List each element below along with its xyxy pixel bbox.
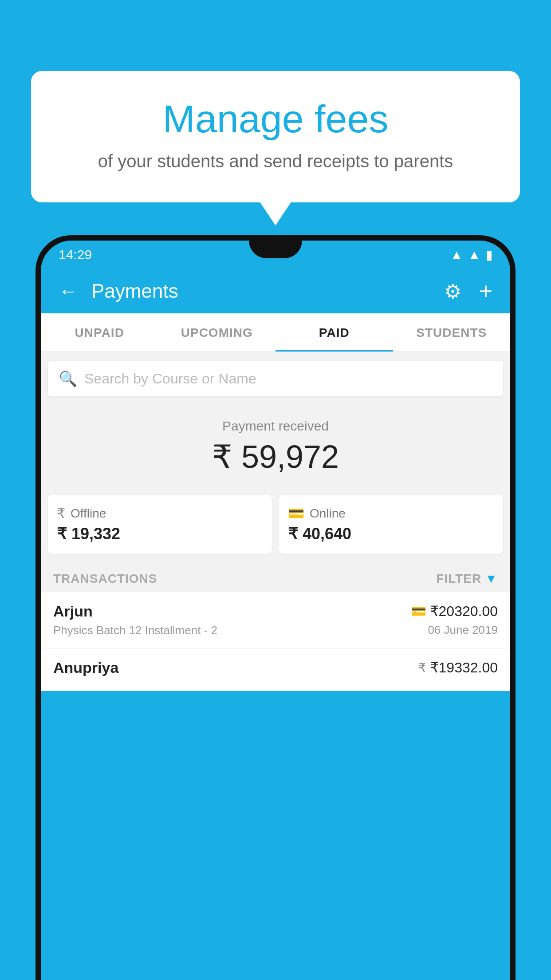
- tab-paid[interactable]: PAID: [276, 313, 393, 352]
- offline-icon: ₹: [57, 506, 65, 521]
- back-button[interactable]: ←: [54, 276, 83, 307]
- speech-bubble-container: Manage fees of your students and send re…: [31, 71, 520, 202]
- payment-summary: Payment received ₹ 59,972: [41, 405, 510, 495]
- add-button[interactable]: +: [475, 273, 497, 309]
- speech-bubble: Manage fees of your students and send re…: [31, 71, 520, 202]
- signal-icon: ▲: [468, 248, 480, 262]
- payment-received-label: Payment received: [50, 419, 501, 434]
- online-amount: ₹ 40,640: [288, 525, 494, 543]
- transactions-header: TRANSACTIONS FILTER ▼: [41, 563, 510, 592]
- online-card-header: 💳 Online: [288, 506, 494, 521]
- search-bar[interactable]: 🔍 Search by Course or Name: [48, 361, 503, 396]
- bubble-subtitle: of your students and send receipts to pa…: [67, 151, 484, 171]
- phone-frame: 14:29 ▲ ▲ ▮ ← Payments ⚙ + UNPAID UPCOMI…: [35, 235, 516, 980]
- online-label: Online: [310, 506, 346, 521]
- offline-label: Offline: [71, 506, 106, 521]
- app-bar: ← Payments ⚙ +: [41, 269, 510, 313]
- card-chip-icon: 💳: [411, 604, 426, 619]
- settings-button[interactable]: ⚙: [440, 276, 466, 307]
- table-row[interactable]: Arjun Physics Batch 12 Installment - 2 💳…: [41, 592, 510, 648]
- battery-icon: ▮: [486, 248, 492, 262]
- transaction-list: Arjun Physics Batch 12 Installment - 2 💳…: [41, 592, 510, 691]
- payment-total-amount: ₹ 59,972: [50, 438, 501, 475]
- filter-button[interactable]: FILTER ▼: [436, 572, 498, 586]
- offline-amount: ₹ 19,332: [57, 525, 263, 543]
- transaction-right: ₹ ₹19332.00: [418, 659, 498, 680]
- transaction-right: 💳 ₹20320.00 06 June 2019: [411, 603, 498, 637]
- filter-icon: ▼: [485, 572, 498, 586]
- transaction-detail: Physics Batch 12 Installment - 2: [53, 624, 217, 637]
- offline-card: ₹ Offline ₹ 19,332: [48, 495, 272, 554]
- content-area: 🔍 Search by Course or Name Payment recei…: [41, 352, 510, 691]
- transaction-left: Anupriya: [53, 659, 118, 680]
- transaction-name: Anupriya: [53, 659, 118, 676]
- payment-cards: ₹ Offline ₹ 19,332 💳 Online ₹ 40,640: [41, 495, 510, 563]
- online-card: 💳 Online ₹ 40,640: [279, 495, 503, 554]
- phone-inner: 14:29 ▲ ▲ ▮ ← Payments ⚙ + UNPAID UPCOMI…: [41, 241, 510, 980]
- wifi-icon: ▲: [451, 248, 463, 262]
- transaction-date: 06 June 2019: [411, 623, 498, 637]
- tab-unpaid[interactable]: UNPAID: [41, 313, 158, 352]
- transaction-left: Arjun Physics Batch 12 Installment - 2: [53, 603, 217, 637]
- tab-students[interactable]: STUDENTS: [393, 313, 511, 352]
- table-row[interactable]: Anupriya ₹ ₹19332.00: [41, 648, 510, 691]
- transaction-amount: 💳 ₹20320.00: [411, 603, 498, 620]
- search-icon: 🔍: [59, 370, 77, 387]
- notch: [249, 241, 302, 258]
- search-input[interactable]: Search by Course or Name: [84, 371, 256, 387]
- online-icon: 💳: [288, 506, 304, 521]
- tab-upcoming[interactable]: UPCOMING: [158, 313, 276, 352]
- tab-bar: UNPAID UPCOMING PAID STUDENTS: [41, 313, 510, 352]
- status-time: 14:29: [59, 247, 92, 262]
- bubble-title: Manage fees: [67, 98, 484, 141]
- rupee-note-icon: ₹: [418, 660, 426, 675]
- transaction-name: Arjun: [53, 603, 217, 620]
- status-bar: 14:29 ▲ ▲ ▮: [41, 241, 510, 269]
- offline-card-header: ₹ Offline: [57, 506, 263, 521]
- transaction-amount: ₹ ₹19332.00: [418, 659, 498, 676]
- filter-text: FILTER: [436, 572, 481, 586]
- app-title: Payments: [91, 280, 431, 302]
- status-icons: ▲ ▲ ▮: [451, 248, 492, 262]
- transactions-label: TRANSACTIONS: [53, 572, 157, 586]
